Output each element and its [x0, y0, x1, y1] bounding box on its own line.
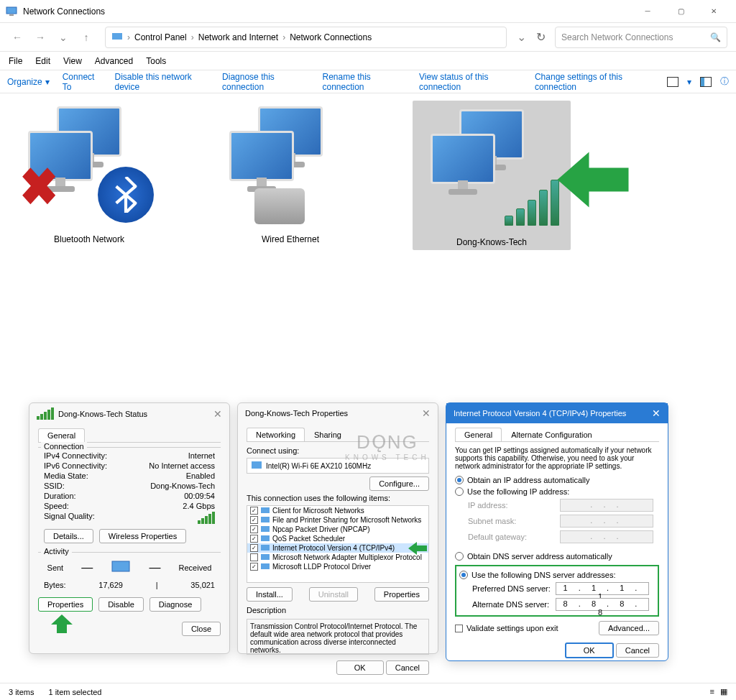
maximize-button[interactable]: ▢: [664, 0, 697, 23]
checkbox-icon[interactable]: ✓: [250, 544, 258, 552]
help-icon[interactable]: ⓘ: [720, 75, 729, 88]
svg-rect-3: [112, 561, 129, 571]
menu-advanced[interactable]: Advanced: [95, 56, 133, 66]
radio-obtain-dns[interactable]: Obtain DNS server address automatically: [455, 551, 659, 562]
properties-button[interactable]: Properties: [38, 597, 93, 612]
diagnose-button[interactable]: Diagnose: [150, 597, 201, 612]
close-icon[interactable]: ✕: [213, 408, 222, 420]
tab-general[interactable]: General: [455, 428, 502, 441]
list-item[interactable]: ✓QoS Packet Scheduler: [247, 534, 428, 543]
connection-label: Dong-Knows-Tech: [415, 237, 568, 247]
svg-rect-9: [261, 545, 270, 551]
configure-button[interactable]: Configure...: [369, 476, 429, 491]
view-details-icon[interactable]: ≡: [710, 687, 714, 696]
cancel-button[interactable]: Cancel: [616, 643, 659, 658]
item-properties-button[interactable]: Properties: [374, 587, 429, 602]
close-icon[interactable]: ✕: [652, 407, 661, 419]
breadcrumb-network-internet[interactable]: Network and Internet: [198, 32, 278, 42]
toolbar: Organize ▾ Connect To Disable this netwo…: [0, 70, 736, 93]
up-button[interactable]: ↑: [78, 29, 95, 46]
checkbox-icon[interactable]: ✓: [250, 507, 258, 515]
menu-view[interactable]: View: [63, 56, 82, 66]
toolbar-view-status[interactable]: View status of this connection: [419, 72, 522, 92]
item-label: Npcap Packet Driver (NPCAP): [272, 525, 370, 533]
list-item[interactable]: ✓Client for Microsoft Networks: [247, 506, 428, 515]
toolbar-change-settings[interactable]: Change settings of this connection: [535, 72, 654, 92]
view-icon-1[interactable]: [667, 77, 678, 87]
list-item[interactable]: ✓File and Printer Sharing for Microsoft …: [247, 515, 428, 525]
close-button[interactable]: ✕: [697, 0, 730, 23]
checkbox-icon[interactable]: [250, 553, 258, 561]
toolbar-diagnose[interactable]: Diagnose this connection: [222, 72, 309, 92]
toolbar-disable[interactable]: Disable this network device: [114, 72, 209, 92]
menu-edit[interactable]: Edit: [35, 56, 50, 66]
item-label: File and Printer Sharing for Microsoft N…: [272, 516, 421, 524]
connection-wifi[interactable]: Dong-Knows-Tech: [413, 101, 571, 250]
ip-address-label: IP address:: [468, 501, 507, 510]
install-button[interactable]: Install...: [247, 587, 293, 602]
tab-general[interactable]: General: [38, 428, 85, 442]
items-label: This connection uses the following items…: [247, 494, 429, 502]
breadcrumb-chevron-icon[interactable]: ⌄: [517, 30, 526, 44]
close-icon[interactable]: ✕: [422, 407, 431, 419]
ethernet-plug-icon: [254, 188, 305, 224]
tab-networking[interactable]: Networking: [247, 428, 305, 441]
list-item[interactable]: Microsoft Network Adapter Multiplexor Pr…: [247, 553, 428, 562]
toolbar-rename[interactable]: Rename this connection: [322, 72, 406, 92]
svg-rect-5: [261, 507, 270, 513]
breadcrumb-control-panel[interactable]: Control Panel: [134, 32, 187, 42]
details-button[interactable]: Details...: [44, 529, 93, 543]
validate-checkbox[interactable]: Validate settings upon exit: [455, 622, 558, 634]
view-tiles-icon[interactable]: ▦: [720, 687, 727, 696]
connection-bluetooth[interactable]: ✖ Bluetooth Network: [10, 101, 168, 244]
recent-dropdown[interactable]: ⌄: [55, 29, 72, 46]
back-button[interactable]: ←: [9, 29, 26, 46]
connection-wired[interactable]: Wired Ethernet: [211, 101, 369, 244]
chevron-down-icon: ▾: [45, 77, 50, 87]
tab-sharing[interactable]: Sharing: [305, 428, 351, 441]
cancel-button[interactable]: Cancel: [386, 660, 429, 675]
toolbar-connect-to[interactable]: Connect To: [63, 72, 102, 92]
nav-bar: ← → ⌄ ↑ › Control Panel › Network and In…: [0, 23, 736, 52]
alt-dns-input[interactable]: 8 . 8 . 8 . 8: [556, 598, 649, 611]
chevron-down-icon[interactable]: ▾: [687, 77, 691, 87]
radio-use-dns[interactable]: Use the following DNS server addresses:: [459, 569, 655, 581]
wireless-properties-button[interactable]: Wireless Properties: [99, 529, 186, 543]
checkbox-icon[interactable]: ✓: [250, 535, 258, 543]
wifi-signal-icon: [505, 180, 559, 226]
alt-dns-label: Alternate DNS server:: [472, 600, 549, 609]
tab-alternate[interactable]: Alternate Configuration: [502, 428, 602, 441]
svg-rect-0: [6, 7, 17, 14]
refresh-button[interactable]: ↻: [532, 29, 549, 46]
list-item[interactable]: ✓Npcap Packet Driver (NPCAP): [247, 525, 428, 534]
pref-dns-input[interactable]: 1 . 1 . 1 . 1: [556, 582, 649, 595]
media-value: Enabled: [186, 471, 215, 480]
items-list[interactable]: ✓Client for Microsoft Networks✓File and …: [247, 505, 429, 583]
breadcrumb-network-connections[interactable]: Network Connections: [290, 32, 372, 42]
ok-button[interactable]: OK: [565, 643, 614, 658]
close-button[interactable]: Close: [182, 622, 221, 636]
radio-obtain-ip[interactable]: Obtain an IP address automatically: [455, 474, 659, 486]
forward-button[interactable]: →: [32, 29, 49, 46]
search-input[interactable]: Search Network Connections 🔍: [555, 27, 727, 48]
received-value: 35,021: [190, 581, 215, 589]
menu-tools[interactable]: Tools: [146, 56, 166, 66]
status-item-count: 3 items: [9, 688, 34, 696]
breadcrumb[interactable]: › Control Panel › Network and Internet ›…: [105, 27, 507, 48]
list-item[interactable]: ✓Internet Protocol Version 4 (TCP/IPv4): [247, 543, 428, 553]
disable-button[interactable]: Disable: [98, 597, 144, 612]
checkbox-icon[interactable]: ✓: [250, 525, 258, 533]
uninstall-button[interactable]: Uninstall: [309, 587, 358, 602]
checkbox-icon[interactable]: ✓: [250, 563, 258, 571]
minimize-button[interactable]: ─: [631, 0, 664, 23]
radio-use-ip[interactable]: Use the following IP address:: [455, 486, 659, 497]
menu-file[interactable]: File: [9, 56, 22, 66]
adapter-icon: [252, 461, 262, 470]
checkbox-icon[interactable]: ✓: [250, 516, 258, 524]
organize-dropdown[interactable]: Organize ▾: [7, 77, 50, 87]
ok-button[interactable]: OK: [336, 660, 384, 675]
advanced-button[interactable]: Advanced...: [599, 621, 659, 635]
media-label: Media State:: [44, 471, 88, 480]
list-item[interactable]: ✓Microsoft LLDP Protocol Driver: [247, 562, 428, 571]
view-icon-2[interactable]: [700, 77, 712, 87]
